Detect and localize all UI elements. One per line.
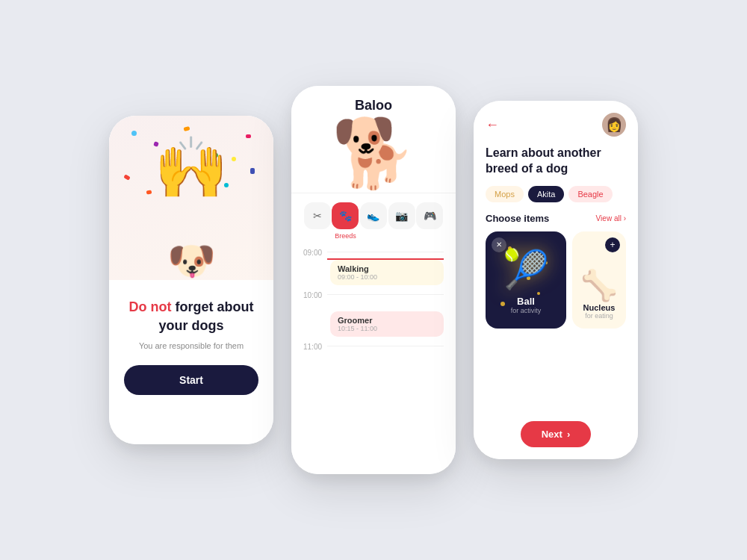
headline-dark-part: forget about your dogs bbox=[158, 299, 253, 333]
nav-item-breeds[interactable]: 🐾 Breeds bbox=[332, 202, 359, 240]
next-button[interactable]: Next › bbox=[521, 421, 592, 447]
time-label-11: 11:00 bbox=[303, 340, 327, 351]
breeds-nav-label: Breeds bbox=[335, 232, 356, 240]
nucleus-item-desc: for eating bbox=[585, 312, 613, 320]
dog-peeking-illustration: 🐶 bbox=[167, 241, 216, 280]
dog-name-label: Baloo bbox=[355, 98, 392, 113]
highfive-illustration: 🙌 bbox=[154, 138, 229, 198]
confetti-6 bbox=[232, 157, 236, 161]
welcome-screen: 🙌 🐶 Do not forget about your dogs You ar… bbox=[109, 116, 273, 444]
groomer-event-time: 10:15 - 11:00 bbox=[338, 325, 436, 332]
breed-tab-beagle[interactable]: Beagle bbox=[568, 186, 612, 202]
current-time-indicator bbox=[327, 258, 444, 260]
ball-item-card[interactable]: ✕ 🎾 Ball for activity bbox=[486, 231, 566, 329]
dog-profile-area: Baloo 🐕 bbox=[291, 86, 456, 193]
shoes-icon-btn[interactable]: 👟 bbox=[360, 202, 387, 229]
schedule-row-10: 10:00 bbox=[303, 288, 444, 299]
time-label-10: 10:00 bbox=[303, 288, 327, 299]
welcome-subtitle: You are responsible for them bbox=[139, 341, 244, 350]
nucleus-add-button[interactable]: + bbox=[605, 237, 620, 252]
star-dot-4 bbox=[537, 292, 540, 295]
confetti-1 bbox=[131, 131, 137, 136]
walking-event[interactable]: Walking 09:00 - 10:00 bbox=[330, 260, 444, 285]
nav-item-camera[interactable]: 📷 bbox=[388, 202, 415, 240]
schedule-row-11: 11:00 bbox=[303, 340, 444, 351]
time-label-9: 09:00 bbox=[303, 246, 327, 257]
breeds-icon-btn[interactable]: 🐾 bbox=[332, 202, 359, 229]
confetti-5 bbox=[246, 134, 251, 138]
schedule-row-9: 09:00 bbox=[303, 246, 444, 257]
nucleus-item-card[interactable]: + 🦴 Nucleus for eating bbox=[572, 231, 626, 329]
user-avatar: 👩 bbox=[602, 113, 626, 137]
time-spacer-2 bbox=[303, 311, 327, 314]
ball-item-name: Ball bbox=[517, 296, 535, 307]
confetti-8 bbox=[250, 168, 255, 174]
screens-container: 🙌 🐶 Do not forget about your dogs You ar… bbox=[94, 56, 653, 504]
nucleus-item-name: Nucleus bbox=[583, 303, 616, 312]
breed-tab-akita[interactable]: Akita bbox=[528, 186, 564, 202]
welcome-headline: Do not forget about your dogs bbox=[124, 298, 258, 335]
dog-main-illustration: 🐕 bbox=[332, 119, 415, 187]
groomer-event-title: Groomer bbox=[338, 316, 436, 325]
headline-red-part: Do not bbox=[129, 299, 172, 314]
game-icon-btn[interactable]: 🎮 bbox=[416, 202, 443, 229]
breed-title: Learn about another breed of a dog bbox=[486, 146, 626, 177]
nav-icons-row: ✂ 🐾 Breeds 👟 📷 🎮 bbox=[291, 193, 456, 246]
view-all-link[interactable]: View all › bbox=[596, 214, 626, 223]
screen3-header: ← 👩 bbox=[486, 113, 626, 137]
star-dot-3 bbox=[500, 302, 505, 306]
next-button-label: Next bbox=[542, 429, 562, 440]
breed-tab-mops[interactable]: Mops bbox=[486, 186, 524, 202]
breed-tabs: Mops Akita Beagle bbox=[486, 186, 626, 202]
ball-illustration: 🎾 bbox=[503, 248, 549, 291]
hero-area: 🙌 🐶 bbox=[109, 116, 273, 280]
ball-item-desc: for activity bbox=[511, 307, 542, 314]
view-all-text: View all bbox=[596, 214, 622, 223]
next-arrow-icon: › bbox=[567, 429, 570, 440]
confetti-3 bbox=[183, 126, 190, 131]
items-row: ✕ 🎾 Ball for activity + 🦴 Nucleus bbox=[486, 231, 626, 329]
schedule-event-walking-row: Walking 09:00 - 10:00 bbox=[303, 260, 444, 285]
bone-illustration: 🦴 bbox=[580, 268, 618, 303]
back-button[interactable]: ← bbox=[486, 117, 499, 133]
confetti-9 bbox=[146, 190, 152, 194]
breed-screen: ← 👩 Learn about another breed of a dog M… bbox=[474, 101, 638, 459]
walking-event-title: Walking bbox=[338, 264, 436, 273]
camera-icon-btn[interactable]: 📷 bbox=[388, 202, 415, 229]
time-spacer bbox=[303, 260, 327, 263]
nav-item-game[interactable]: 🎮 bbox=[416, 202, 443, 240]
groomer-event[interactable]: Groomer 10:15 - 11:00 bbox=[330, 311, 444, 337]
choose-items-label: Choose items bbox=[486, 213, 549, 224]
scissors-icon-btn[interactable]: ✂ bbox=[304, 202, 331, 229]
start-button[interactable]: Start bbox=[124, 365, 258, 395]
schedule-screen: Baloo 🐕 ✂ 🐾 Breeds 👟 📷 🎮 bbox=[291, 86, 456, 474]
confetti-7 bbox=[123, 174, 130, 180]
choose-items-row: Choose items View all › bbox=[486, 213, 626, 224]
walking-event-time: 09:00 - 10:00 bbox=[338, 273, 436, 281]
nav-item-shoes[interactable]: 👟 bbox=[360, 202, 387, 240]
schedule-area: 09:00 Walking 09:00 - 10:00 10:00 bbox=[291, 246, 456, 474]
schedule-event-groomer-row: Groomer 10:15 - 11:00 bbox=[303, 311, 444, 337]
nav-item-scissors[interactable]: ✂ bbox=[304, 202, 331, 240]
